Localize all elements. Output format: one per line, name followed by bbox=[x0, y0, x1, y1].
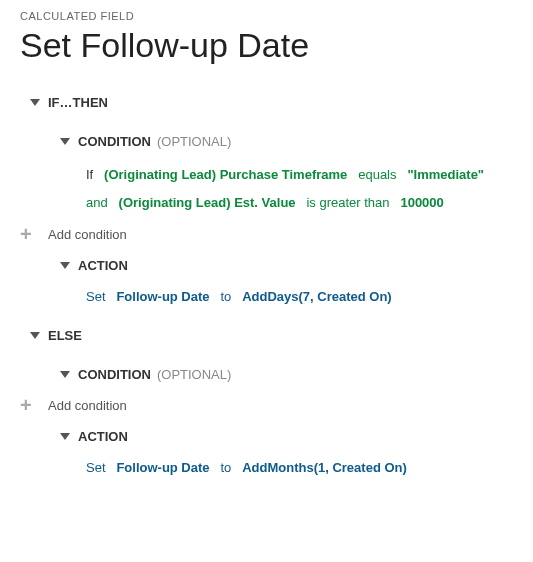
ifthen-label: IF…THEN bbox=[48, 93, 108, 114]
ifthen-header-row[interactable]: IF…THEN bbox=[30, 93, 513, 114]
caret-down-icon bbox=[60, 138, 70, 145]
caret-down-icon bbox=[60, 433, 70, 440]
kw-set: Set bbox=[86, 460, 106, 475]
caret-down-icon bbox=[30, 99, 40, 106]
condition-label: CONDITION bbox=[78, 365, 151, 386]
kw-to: to bbox=[220, 460, 231, 475]
cond-value: "Immediate" bbox=[407, 167, 484, 182]
action-function: AddDays(7, Created On) bbox=[242, 289, 392, 304]
cond-op: is greater than bbox=[306, 195, 389, 210]
else-action-header-row[interactable]: ACTION bbox=[60, 427, 513, 448]
condition-label: CONDITION bbox=[78, 132, 151, 153]
caret-down-icon bbox=[60, 371, 70, 378]
cond-field: (Originating Lead) Purchase Timeframe bbox=[104, 167, 347, 182]
action-label: ACTION bbox=[78, 427, 128, 448]
action-field: Follow-up Date bbox=[116, 460, 209, 475]
ifthen-action-header-row[interactable]: ACTION bbox=[60, 256, 513, 277]
else-condition-header-row[interactable]: CONDITION (OPTIONAL) bbox=[60, 365, 513, 386]
kw-set: Set bbox=[86, 289, 106, 304]
add-condition-row[interactable]: + Add condition bbox=[20, 224, 513, 244]
kw-if: If bbox=[86, 167, 93, 182]
cond-field: (Originating Lead) Est. Value bbox=[119, 195, 296, 210]
add-condition-row[interactable]: + Add condition bbox=[20, 395, 513, 415]
caret-down-icon bbox=[60, 262, 70, 269]
action-field: Follow-up Date bbox=[116, 289, 209, 304]
action-function: AddMonths(1, Created On) bbox=[242, 460, 407, 475]
cond-op: equals bbox=[358, 167, 396, 182]
caret-down-icon bbox=[30, 332, 40, 339]
breadcrumb: CALCULATED FIELD bbox=[20, 10, 513, 22]
else-header-row[interactable]: ELSE bbox=[30, 326, 513, 347]
optional-label: (OPTIONAL) bbox=[157, 132, 231, 153]
ifthen-action-line[interactable]: Set Follow-up Date to AddDays(7, Created… bbox=[86, 287, 513, 308]
optional-label: (OPTIONAL) bbox=[157, 365, 231, 386]
kw-to: to bbox=[220, 289, 231, 304]
add-condition-label: Add condition bbox=[48, 227, 127, 242]
else-label: ELSE bbox=[48, 326, 82, 347]
else-action-line[interactable]: Set Follow-up Date to AddMonths(1, Creat… bbox=[86, 458, 513, 479]
plus-icon: + bbox=[20, 224, 48, 244]
ifthen-condition-header-row[interactable]: CONDITION (OPTIONAL) bbox=[60, 132, 513, 153]
kw-and: and bbox=[86, 195, 108, 210]
page-title: Set Follow-up Date bbox=[20, 26, 513, 65]
plus-icon: + bbox=[20, 395, 48, 415]
condition-line-2[interactable]: and (Originating Lead) Est. Value is gre… bbox=[86, 193, 513, 214]
action-label: ACTION bbox=[78, 256, 128, 277]
cond-value: 100000 bbox=[400, 195, 443, 210]
condition-line-1[interactable]: If (Originating Lead) Purchase Timeframe… bbox=[86, 165, 513, 186]
add-condition-label: Add condition bbox=[48, 398, 127, 413]
